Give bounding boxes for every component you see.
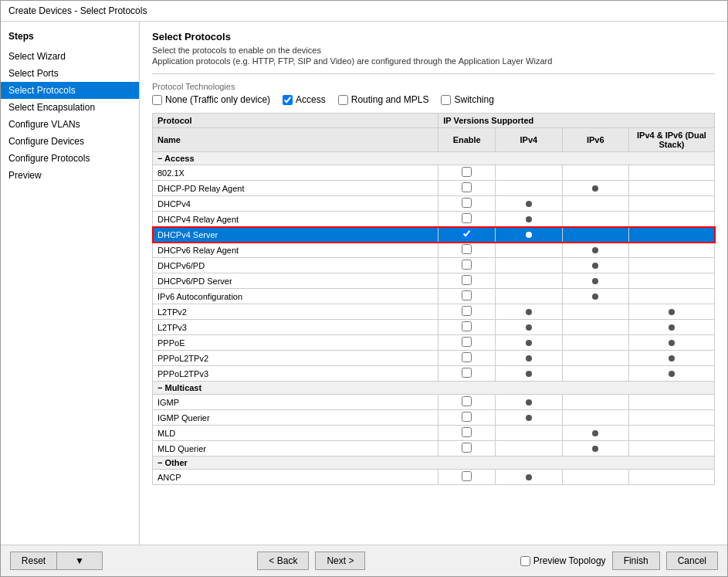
- protocol-enable-checkbox[interactable]: [462, 337, 472, 347]
- protocol-ipv6-cell: [562, 273, 628, 289]
- protocol-enable-cell[interactable]: [438, 335, 496, 351]
- protocol-enable-cell[interactable]: [438, 212, 496, 227]
- protocol-enable-checkbox[interactable]: [462, 182, 472, 192]
- protocol-enable-cell[interactable]: [438, 165, 496, 181]
- col-enable-header: Enable: [438, 128, 496, 152]
- reset-button[interactable]: Reset: [10, 552, 56, 570]
- checkbox-access[interactable]: [283, 95, 293, 105]
- protocol-row[interactable]: DHCPv6/PD: [153, 258, 715, 273]
- protocol-enable-checkbox[interactable]: [462, 244, 472, 254]
- protocol-name-cell: DHCPv4 Relay Agent: [153, 212, 438, 227]
- checkbox-label-switching[interactable]: Switching: [441, 94, 493, 105]
- sidebar-item-select-wizard[interactable]: Select Wizard: [1, 48, 139, 65]
- protocol-enable-checkbox[interactable]: [462, 427, 472, 437]
- protocol-enable-checkbox[interactable]: [462, 290, 472, 300]
- checkbox-label-routing[interactable]: Routing and MPLS: [338, 94, 429, 105]
- protocol-row[interactable]: L2TPv2: [153, 304, 715, 320]
- window-title: Create Devices - Select Protocols: [8, 5, 147, 16]
- ipv4-dot: [526, 340, 532, 346]
- protocol-enable-checkbox[interactable]: [462, 275, 472, 285]
- protocol-enable-checkbox[interactable]: [462, 306, 472, 316]
- protocol-ipv4-cell: [496, 304, 562, 320]
- dual-dot: [669, 371, 675, 377]
- protocol-row[interactable]: DHCPv4 Relay Agent: [153, 212, 715, 227]
- protocol-row[interactable]: DHCP-PD Relay Agent: [153, 181, 715, 196]
- protocol-row[interactable]: IGMP Querier: [153, 410, 715, 426]
- protocol-row[interactable]: DHCPv6/PD Server: [153, 273, 715, 289]
- protocol-enable-cell[interactable]: [438, 426, 496, 441]
- checkbox-routing[interactable]: [338, 95, 348, 105]
- protocol-tbody: − Access802.1XDHCP-PD Relay AgentDHCPv4D…: [153, 152, 715, 485]
- sidebar-item-configure-protocols[interactable]: Configure Protocols: [1, 150, 139, 167]
- protocol-enable-checkbox[interactable]: [462, 321, 472, 331]
- protocol-enable-cell[interactable]: [438, 320, 496, 335]
- protocol-ipv4-cell: [496, 289, 562, 304]
- protocol-enable-cell[interactable]: [438, 410, 496, 426]
- protocol-row[interactable]: PPPoL2TPv2: [153, 351, 715, 366]
- protocol-row[interactable]: DHCPv4: [153, 196, 715, 212]
- protocol-enable-cell[interactable]: [438, 289, 496, 304]
- checkbox-label-none[interactable]: None (Traffic only device): [152, 94, 270, 105]
- protocol-enable-checkbox[interactable]: [462, 412, 472, 422]
- sidebar-item-select-ports[interactable]: Select Ports: [1, 65, 139, 82]
- sidebar-item-configure-vlans[interactable]: Configure VLANs: [1, 116, 139, 133]
- protocol-row[interactable]: IPv6 Autoconfiguration: [153, 289, 715, 304]
- protocol-ipv6-cell: [562, 410, 628, 426]
- checkbox-switching[interactable]: [441, 95, 451, 105]
- protocol-enable-checkbox[interactable]: [462, 198, 472, 208]
- protocol-row[interactable]: L2TPv3: [153, 320, 715, 335]
- protocol-enable-checkbox[interactable]: [462, 471, 472, 481]
- divider1: [152, 73, 715, 74]
- protocol-enable-cell[interactable]: [438, 441, 496, 457]
- protocol-enable-checkbox[interactable]: [462, 352, 472, 362]
- sidebar-item-configure-devices[interactable]: Configure Devices: [1, 133, 139, 150]
- protocol-row[interactable]: PPPoL2TPv3: [153, 366, 715, 382]
- protocol-enable-checkbox[interactable]: [462, 260, 472, 270]
- protocol-enable-cell[interactable]: [438, 395, 496, 410]
- sidebar-item-select-protocols[interactable]: Select Protocols: [1, 82, 139, 99]
- protocol-enable-cell[interactable]: [438, 196, 496, 212]
- protocol-enable-cell[interactable]: [438, 273, 496, 289]
- protocol-enable-checkbox[interactable]: [462, 368, 472, 378]
- back-button[interactable]: < Back: [257, 552, 309, 570]
- protocol-enable-checkbox[interactable]: [462, 229, 472, 239]
- cancel-button[interactable]: Cancel: [666, 552, 718, 570]
- protocol-enable-cell[interactable]: [438, 470, 496, 485]
- protocol-row[interactable]: DHCPv4 Server: [153, 227, 715, 243]
- preview-topology-checkbox[interactable]: [520, 556, 530, 566]
- checkbox-label-access[interactable]: Access: [283, 94, 326, 105]
- protocol-enable-cell[interactable]: [438, 181, 496, 196]
- protocol-enable-checkbox[interactable]: [462, 213, 472, 223]
- protocol-row[interactable]: MLD Querier: [153, 441, 715, 457]
- protocol-enable-checkbox[interactable]: [462, 443, 472, 453]
- reset-arrow-button[interactable]: ▼: [56, 552, 103, 570]
- protocol-enable-cell[interactable]: [438, 258, 496, 273]
- protocol-row[interactable]: 802.1X: [153, 165, 715, 181]
- protocol-ipv6-cell: [562, 227, 628, 243]
- checkbox-none[interactable]: [152, 95, 162, 105]
- protocol-enable-cell[interactable]: [438, 366, 496, 382]
- protocol-row[interactable]: IGMP: [153, 395, 715, 410]
- protocol-row[interactable]: MLD: [153, 426, 715, 441]
- protocol-dual-cell: [628, 335, 714, 351]
- protocol-enable-cell[interactable]: [438, 351, 496, 366]
- protocol-enable-cell[interactable]: [438, 227, 496, 243]
- protocol-row[interactable]: DHCPv6 Relay Agent: [153, 243, 715, 258]
- sidebar-item-preview[interactable]: Preview: [1, 167, 139, 184]
- preview-topology-label[interactable]: Preview Topology: [520, 555, 606, 566]
- protocol-enable-cell[interactable]: [438, 243, 496, 258]
- protocol-enable-checkbox[interactable]: [462, 396, 472, 406]
- ipv6-dot: [592, 247, 598, 253]
- next-button[interactable]: Next >: [315, 552, 365, 570]
- finish-button[interactable]: Finish: [612, 552, 660, 570]
- protocol-enable-checkbox[interactable]: [462, 167, 472, 177]
- ipv4-dot: [526, 415, 532, 421]
- section-heading: Select Protocols: [152, 31, 715, 42]
- protocol-row[interactable]: PPPoE: [153, 335, 715, 351]
- col-protocol-header: Protocol: [153, 114, 438, 128]
- protocol-name-cell: L2TPv2: [153, 304, 438, 320]
- protocol-row[interactable]: ANCP: [153, 470, 715, 485]
- protocol-ipv4-cell: [496, 258, 562, 273]
- sidebar-item-select-encapsulation[interactable]: Select Encapsulation: [1, 99, 139, 116]
- protocol-enable-cell[interactable]: [438, 304, 496, 320]
